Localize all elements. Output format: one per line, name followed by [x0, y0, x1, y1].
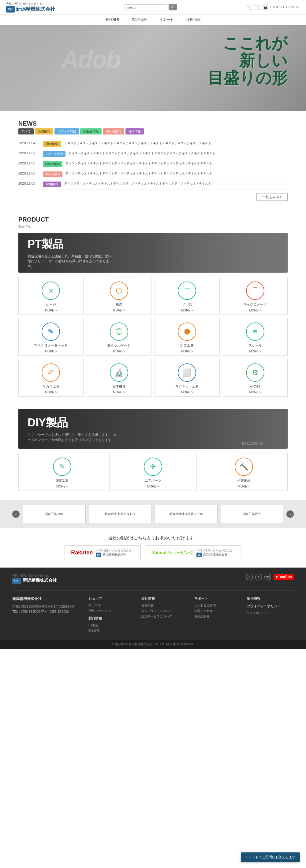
product-card[interactable]: ⌒ マイクロメータ MORE > — [223, 277, 288, 315]
news-body: テキストテキストテキストテキストテキストテキストテキストテキストテキストテキスト… — [68, 151, 288, 156]
filter-media[interactable]: メディア掲載 — [54, 128, 79, 134]
facebook-icon[interactable]: f — [255, 5, 260, 10]
carousel-next[interactable]: › — [286, 510, 294, 518]
product-card[interactable]: ✐ ケガキ工具 MORE > — [18, 359, 84, 397]
instagram-icon[interactable]: 📷 — [262, 5, 268, 10]
news-body: テキストテキストテキストテキストテキストテキストテキストテキストテキストテキスト… — [64, 182, 288, 186]
diy-more-link[interactable]: MORE > — [22, 485, 103, 488]
footer-link-about[interactable]: 会社概要 — [141, 603, 188, 608]
main-nav: 会社概要 製品情報 サポート 採用情報 — [0, 15, 306, 25]
chinese-link[interactable]: CHINESE — [286, 5, 300, 9]
footer-social: 𝕏 f 📷 ▶ YouTube — [246, 574, 294, 580]
product-card-name: マグネット工具 — [158, 384, 216, 389]
search-button[interactable]: 🔍 — [169, 4, 177, 10]
copyright-text: Copyright© 新潟精機株式会社 Co., Ltd. All Rights… — [112, 643, 194, 646]
diy-card[interactable]: ✈ エアパーツ MORE > — [109, 453, 197, 491]
news-more-button[interactable]: 一覧をみる > — [256, 193, 288, 201]
footer-link-sk[interactable]: ＳＫブランドについて — [141, 609, 188, 613]
nav-support[interactable]: サポート — [159, 17, 174, 22]
product-card-icon: ⌒ — [246, 281, 265, 300]
product-more-link[interactable]: MORE > — [226, 391, 285, 394]
news-section: NEWS すべて 新着情報 メディア掲載 新製品情報 展示会情報 採用情報 20… — [0, 111, 306, 210]
product-more-link[interactable]: MORE > — [22, 350, 80, 353]
buy-shops: Rakuten 今日の便利／分かるを支える。 SK 新潟精機株式会社 Yahoo… — [18, 545, 288, 560]
shop-rakuten[interactable]: Rakuten 今日の便利／分かるを支える。 SK 新潟精機株式会社 — [64, 545, 141, 560]
footer-instagram-icon[interactable]: 📷 — [265, 574, 271, 580]
footer-link-pt[interactable]: PT製品 — [88, 623, 135, 627]
news-date: 2020.11.08 — [18, 182, 40, 185]
product-card[interactable]: ≡ スケール MORE > — [223, 318, 288, 356]
diy-section: DIY製品 モノ・サービスを通じて便利さ、楽しさを追求します。 ホームセンター、… — [0, 409, 306, 500]
footer-link-policy[interactable]: サイトポリシー — [247, 611, 294, 615]
footer-twitter-icon[interactable]: 𝕏 — [246, 574, 253, 580]
product-section: PRODUCT 製品情報 PT製品 製造現場を支える測定工具。高精度、優れた機能… — [0, 210, 306, 409]
product-more-link[interactable]: MORE > — [158, 309, 216, 312]
product-card[interactable]: 🔬 光学機器 MORE > — [87, 359, 152, 397]
shop-yahoo[interactable]: Yahoo! ショッピング 今日の便利／分かるを支える。 SK 新潟精機株式会社 — [146, 545, 242, 560]
product-more-link[interactable]: MORE > — [22, 309, 80, 312]
search-input[interactable] — [124, 4, 167, 10]
diy-more-link[interactable]: MORE > — [203, 485, 284, 488]
footer-product-title: 製品情報 — [88, 616, 135, 621]
news-item: 2020.11.04 新着情報 テキストテキストテキストテキストテキストテキスト… — [18, 139, 288, 149]
diy-banner: DIY製品 モノ・サービスを通じて便利さ、楽しさを追求します。 ホームセンター、… — [18, 409, 288, 449]
product-more-link[interactable]: MORE > — [90, 391, 148, 394]
product-card[interactable]: ⊤ ノギス MORE > — [155, 277, 220, 315]
product-card[interactable]: ◎ ダイヤルゲージ MORE > — [87, 318, 152, 356]
product-card[interactable]: ✎ マイクロメータヘッド MORE > — [18, 318, 84, 356]
product-more-link[interactable]: MORE > — [90, 350, 148, 353]
filter-recruit[interactable]: 採用情報 — [126, 128, 144, 134]
footer-facebook-icon[interactable]: f — [255, 574, 262, 580]
youtube-button[interactable]: ▶ YouTube — [274, 574, 294, 580]
product-card[interactable]: ⬡ 角度 MORE > — [87, 277, 152, 315]
news-item: 2020.11.08 採用情報 テキストテキストテキストテキストテキストテキスト… — [18, 179, 288, 189]
rakuten-brand: SK 新潟精機株式会社 — [96, 553, 134, 557]
product-card-icon: ≡ — [246, 322, 265, 341]
nav-about[interactable]: 会社概要 — [105, 17, 120, 22]
english-link[interactable]: ENGLISH — [271, 5, 284, 9]
footer-link-contact[interactable]: お問い合わせ — [194, 609, 241, 613]
nav-product[interactable]: 製品情報 — [132, 17, 147, 22]
footer-link-dh[interactable]: DHショッピング — [88, 609, 135, 613]
product-card[interactable]: ⬜ マグネット工具 MORE > — [155, 359, 220, 397]
footer-recruit-title: 採用情報 — [247, 596, 294, 601]
filter-new[interactable]: 新着情報 — [35, 128, 53, 134]
product-more-link[interactable]: MORE > — [90, 309, 148, 312]
product-card[interactable]: ⬢ 定盤工具 MORE > — [155, 318, 220, 356]
carousel-item[interactable]: 新潟精機株式会社ツール — [155, 505, 218, 523]
product-card-icon: ⊙ — [41, 281, 60, 300]
product-card[interactable]: ⊙ ゲージ MORE > — [18, 277, 84, 315]
news-body: テキストテキストテキストテキストテキストテキストテキストテキストテキストテキスト… — [65, 161, 288, 166]
product-more-link[interactable]: MORE > — [226, 350, 285, 353]
footer-link-diy[interactable]: DIY製品 — [88, 629, 135, 633]
pt-banner-title: PT製品 — [28, 237, 113, 252]
footer-link-service[interactable]: 認定サービスについて — [141, 614, 188, 619]
carousel-item[interactable]: 測定工具販売 — [221, 505, 284, 523]
carousel-item[interactable]: 新潟精機 製品カタログ — [89, 505, 152, 523]
carousel-prev[interactable]: ‹ — [12, 510, 20, 518]
footer-bottom: Copyright© 新潟精機株式会社 Co., Ltd. All Rights… — [0, 640, 306, 649]
product-card-name: ノギス — [158, 302, 216, 307]
news-tag: メディア掲載 — [43, 151, 65, 157]
news-tag: 採用情報 — [43, 182, 61, 187]
diy-card[interactable]: ✎ 測定工具 MORE > — [18, 453, 106, 491]
product-more-link[interactable]: MORE > — [22, 391, 80, 394]
filter-product[interactable]: 新製品情報 — [80, 128, 102, 134]
yahoo-logo: Yahoo! ショッピング — [152, 550, 193, 556]
product-card[interactable]: ⚙ その他 MORE > — [223, 359, 288, 397]
diy-card[interactable]: 🔨 作業用品 MORE > — [200, 453, 288, 491]
carousel-item[interactable]: 測定工具.com — [23, 505, 86, 523]
product-more-link[interactable]: MORE > — [226, 309, 285, 312]
diy-more-link[interactable]: MORE > — [113, 485, 194, 488]
footer-link-rakuten[interactable]: 楽天市場 — [88, 603, 135, 608]
buy-section: 当社の製品はこちらよりお求めいただけます。 Rakuten 今日の便利／分かるを… — [0, 528, 306, 567]
filter-all[interactable]: すべて — [18, 128, 34, 134]
footer-tagline: 今日の便利／分かるを支える。 — [12, 574, 57, 578]
product-more-link[interactable]: MORE > — [158, 350, 216, 353]
twitter-icon[interactable]: 𝕏 — [247, 5, 252, 10]
nav-recruit[interactable]: 採用情報 — [186, 17, 201, 22]
product-more-link[interactable]: MORE > — [158, 391, 216, 394]
footer-link-faq[interactable]: よくあるご質問 — [194, 603, 241, 608]
footer-link-manual[interactable]: 取扱説明書 — [194, 614, 241, 619]
filter-exhibition[interactable]: 展示会情報 — [103, 128, 124, 134]
